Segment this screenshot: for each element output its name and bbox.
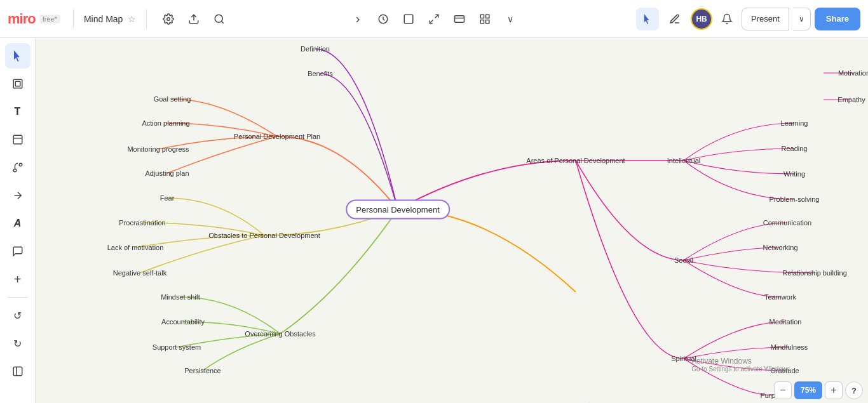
node-mindfulness[interactable]: Mindfulness xyxy=(771,343,808,351)
svg-rect-16 xyxy=(13,135,22,144)
node-mindset-shift[interactable]: Mindset shift xyxy=(161,293,200,301)
node-accountability[interactable]: Accountability xyxy=(161,318,205,326)
bottombar: − 75% + ? xyxy=(741,378,868,403)
svg-point-18 xyxy=(13,169,17,172)
divider-1 xyxy=(73,10,74,29)
notifications-button[interactable] xyxy=(716,8,738,30)
svg-rect-13 xyxy=(486,20,489,23)
node-support-system[interactable]: Support system xyxy=(153,343,201,351)
timer-button[interactable] xyxy=(371,7,395,31)
node-adjusting-plan[interactable]: Adjusting plan xyxy=(145,169,189,177)
node-lack-motivation[interactable]: Lack of motivation xyxy=(107,244,164,251)
text-tool-button[interactable]: T xyxy=(5,99,31,124)
node-overcoming[interactable]: Overcoming Obstacles xyxy=(245,330,315,338)
center-tools: › ∨ xyxy=(346,7,522,31)
node-persistence[interactable]: Persistence xyxy=(184,367,220,374)
node-networking[interactable]: Networking xyxy=(763,244,797,251)
free-badge: free* xyxy=(39,15,60,23)
canvas[interactable]: Personal Development Personal Developmen… xyxy=(36,38,868,403)
node-relationship-building[interactable]: Relationship building xyxy=(782,269,847,277)
node-procrastination[interactable]: Procrastination xyxy=(119,219,165,227)
node-intellectual[interactable]: Intellectual xyxy=(667,157,701,164)
node-action-planning[interactable]: Action planning xyxy=(142,119,189,127)
activate-line1: Activate Windows xyxy=(691,357,792,366)
fullscreen-button[interactable] xyxy=(422,7,446,31)
node-benefits[interactable]: Benefits xyxy=(308,70,333,77)
board-title-area: Mind Map ☆ xyxy=(79,14,141,24)
node-communication[interactable]: Communication xyxy=(763,219,811,227)
svg-rect-11 xyxy=(486,15,489,18)
svg-rect-10 xyxy=(480,15,484,18)
logo-area: miro free* xyxy=(0,11,68,27)
node-goal-setting[interactable]: Goal setting xyxy=(154,95,191,103)
svg-line-3 xyxy=(222,21,224,23)
svg-rect-15 xyxy=(15,81,20,86)
sticky-tool-button[interactable] xyxy=(5,127,31,152)
board-title: Mind Map xyxy=(84,14,123,24)
svg-line-6 xyxy=(435,15,438,18)
svg-rect-12 xyxy=(480,20,484,23)
star-icon[interactable]: ☆ xyxy=(128,14,136,24)
share-button[interactable]: Share xyxy=(815,8,860,30)
node-negative-selftalk[interactable]: Negative self-talk xyxy=(113,269,166,277)
topbar: miro free* Mind Map ☆ › xyxy=(0,0,868,38)
node-social[interactable]: Social xyxy=(674,256,693,264)
collapse-sidebar-button[interactable] xyxy=(5,359,31,384)
node-reading[interactable]: Reading xyxy=(782,145,808,152)
font-tool-button[interactable]: A xyxy=(5,211,31,236)
node-motivation[interactable]: Motivation xyxy=(838,69,868,77)
svg-point-19 xyxy=(19,163,22,166)
upload-button[interactable] xyxy=(182,8,205,30)
node-problem-solving[interactable]: Problem-solving xyxy=(770,195,820,203)
svg-rect-14 xyxy=(13,79,22,88)
node-teamwork[interactable]: Teamwork xyxy=(764,293,796,301)
undo-button[interactable]: ↺ xyxy=(5,303,31,328)
activate-line2: Go to Settings to activate Windows. xyxy=(691,366,792,373)
miro-logo: miro xyxy=(8,11,36,27)
node-personal-dev-plan[interactable]: Personal Development Plan xyxy=(234,133,320,140)
right-tools: HB Present ∨ Share xyxy=(636,7,868,31)
node-meditation[interactable]: Meditation xyxy=(770,318,802,326)
zoom-out-button[interactable]: − xyxy=(774,381,792,399)
svg-rect-8 xyxy=(455,15,465,22)
present-dropdown-button[interactable]: ∨ xyxy=(793,8,811,30)
search-button[interactable] xyxy=(208,8,231,30)
node-writing[interactable]: Writing xyxy=(783,170,805,178)
present-button[interactable]: Present xyxy=(742,8,789,30)
node-fear[interactable]: Fear xyxy=(160,194,175,202)
pen-tool-button[interactable] xyxy=(663,7,687,31)
frame-button[interactable] xyxy=(397,7,421,31)
node-empathy[interactable]: Empathy xyxy=(837,96,865,103)
frames-tool-button[interactable] xyxy=(5,71,31,96)
more-tools-button[interactable]: ∨ xyxy=(498,7,522,31)
chevron-right-button[interactable]: › xyxy=(346,7,370,31)
node-learning[interactable]: Learning xyxy=(781,119,808,127)
select-tool-button[interactable] xyxy=(5,43,31,69)
comment-tool-button[interactable] xyxy=(5,239,31,264)
divider-2 xyxy=(146,10,147,29)
svg-rect-21 xyxy=(13,367,22,376)
grid-button[interactable] xyxy=(473,7,497,31)
svg-point-2 xyxy=(215,15,223,22)
zoom-level[interactable]: 75% xyxy=(794,381,822,399)
activate-watermark: Activate Windows Go to Settings to activ… xyxy=(691,357,792,373)
topbar-tools xyxy=(152,8,236,30)
card-button[interactable] xyxy=(447,7,471,31)
node-monitoring-progress[interactable]: Monitoring progress xyxy=(127,145,189,153)
connect-tool-button[interactable] xyxy=(5,155,31,180)
node-definition[interactable]: Definition xyxy=(301,45,330,53)
avatar[interactable]: HB xyxy=(691,8,712,30)
svg-line-7 xyxy=(430,20,433,23)
help-button[interactable]: ? xyxy=(845,381,863,399)
pen-draw-button[interactable] xyxy=(5,183,31,208)
node-areas[interactable]: Areas of Personal Development xyxy=(526,157,625,164)
center-node[interactable]: Personal Development xyxy=(346,200,450,220)
add-tool-button[interactable]: + xyxy=(5,267,31,292)
redo-button[interactable]: ↻ xyxy=(5,331,31,356)
left-sidebar: T A + ↺ ↻ xyxy=(0,38,36,403)
node-obstacles[interactable]: Obstacles to Personal Development xyxy=(208,232,320,239)
zoom-in-button[interactable]: + xyxy=(825,381,843,399)
cursor-tool-button[interactable] xyxy=(636,8,659,30)
svg-point-0 xyxy=(167,17,170,20)
settings-button[interactable] xyxy=(157,8,180,30)
